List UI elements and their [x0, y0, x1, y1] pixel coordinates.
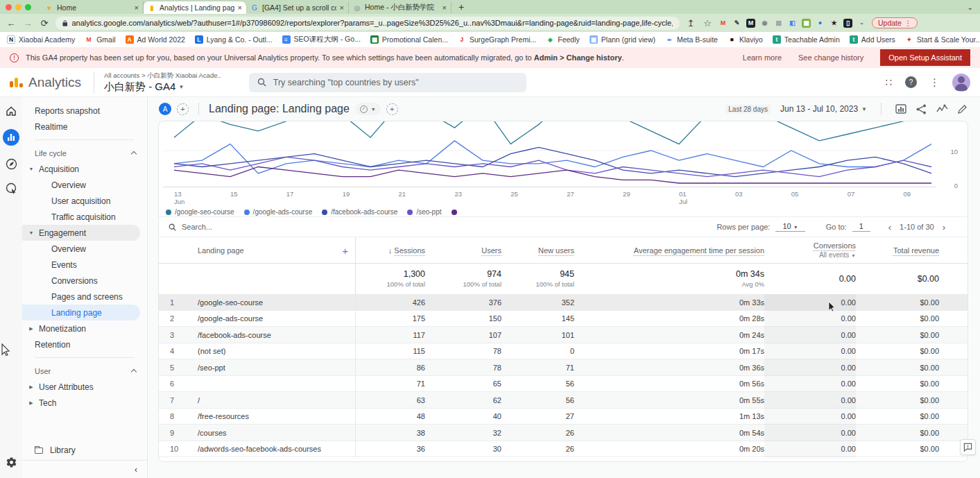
tab-close-icon[interactable]: ×: [442, 3, 447, 12]
go-to-input[interactable]: 1: [852, 222, 870, 232]
share-page-icon[interactable]: ↥: [685, 18, 696, 28]
conversions-event-select[interactable]: All events ▼: [819, 251, 856, 259]
address-bar[interactable]: analytics.google.com/analytics/web/?auth…: [55, 17, 680, 30]
new-tab-button[interactable]: +: [458, 1, 464, 12]
extension-icon[interactable]: ✎: [732, 19, 741, 28]
extension-icon[interactable]: ★: [829, 19, 839, 28]
column-header-new-users[interactable]: New users: [501, 246, 574, 255]
maximize-window-icon[interactable]: [25, 4, 31, 10]
chevron-up-icon[interactable]: [131, 151, 137, 157]
sidebar-item-monetization[interactable]: ▶Monetization: [22, 321, 147, 336]
bookmark-item[interactable]: ▦Promotional Calen...: [370, 35, 448, 44]
sidebar-item-tech[interactable]: ▶Tech: [22, 395, 147, 411]
extension-icon[interactable]: ▯: [843, 19, 852, 28]
table-row[interactable]: 8/free-resources4840271m 13s0.00$0.00: [159, 409, 968, 425]
add-comparison-button[interactable]: +: [177, 103, 189, 115]
chevron-right-icon[interactable]: ›: [940, 222, 948, 232]
variant-chip[interactable]: A: [159, 103, 171, 115]
sidebar-item-library[interactable]: Library: [22, 441, 147, 460]
extension-icon[interactable]: M: [746, 19, 755, 28]
legend-item[interactable]: /facebook-ads-course: [322, 208, 397, 216]
add-filter-button[interactable]: +: [386, 103, 398, 115]
analytics-logo-icon[interactable]: [10, 78, 23, 87]
extension-icon[interactable]: ▤: [774, 19, 783, 28]
sidebar-item-user-acquisition[interactable]: User acquisition: [22, 193, 147, 209]
breadcrumb[interactable]: All accounts > 小白新势 Xiaobai Acade..: [104, 71, 221, 80]
compare-report-icon[interactable]: [895, 103, 906, 114]
table-row[interactable]: 4(not set)1157800m 17s0.00$0.00: [159, 343, 968, 360]
help-icon[interactable]: ?: [905, 76, 917, 88]
extension-icon[interactable]: ◉: [760, 19, 769, 28]
bookmark-item[interactable]: LLyang & Co. - Outl...: [195, 35, 273, 44]
bookmark-item[interactable]: ✦Start & Scale Your...: [905, 35, 980, 44]
table-row[interactable]: 9/courses3832260m 54s0.00$0.00: [159, 425, 968, 441]
explore-icon[interactable]: [6, 158, 17, 170]
bookmark-item[interactable]: MGmail: [85, 35, 115, 44]
table-search-input[interactable]: Search...: [182, 223, 212, 231]
table-row[interactable]: 7/6362560m 55s0.00$0.00: [159, 392, 968, 409]
collapse-sidebar-button[interactable]: ‹: [22, 460, 147, 478]
apps-grid-icon[interactable]: ∷: [885, 76, 893, 89]
back-icon[interactable]: ←: [6, 18, 17, 28]
extension-icon[interactable]: ▦: [802, 19, 811, 28]
forward-icon[interactable]: →: [22, 18, 33, 28]
sidebar-item-landing-page[interactable]: Landing page: [22, 305, 140, 321]
sidebar-item-user[interactable]: User: [22, 363, 147, 379]
column-header-users[interactable]: Users: [425, 246, 501, 255]
table-row[interactable]: 10/adwords-seo-facebook-ads-courses36302…: [159, 441, 968, 458]
browser-tab[interactable]: ♥Home×: [41, 1, 144, 14]
bookmark-item[interactable]: ≡SEO课程大纲 - Go...: [282, 35, 361, 44]
bookmark-item[interactable]: tTeachable Admin: [773, 35, 840, 44]
tab-close-icon[interactable]: ×: [238, 3, 242, 12]
home-icon[interactable]: [6, 105, 17, 117]
chevron-left-icon[interactable]: ‹: [886, 222, 894, 232]
column-header-landing-page[interactable]: Landing page +: [187, 237, 356, 264]
sidebar-item-pages-and-screens[interactable]: Pages and screens: [22, 289, 147, 305]
table-row[interactable]: 3/facebook-ads-course1171071010m 24s0.00…: [159, 327, 968, 343]
legend-item[interactable]: /google-ads-course: [244, 208, 313, 216]
column-header-avg-engagement[interactable]: Average engagement time per session: [574, 246, 764, 255]
bookmark-item[interactable]: JSurgeGraph Premi...: [458, 35, 536, 44]
chrome-update-button[interactable]: Update⋮: [872, 17, 918, 28]
insights-icon[interactable]: [936, 104, 948, 114]
share-icon[interactable]: [916, 104, 927, 114]
feedback-button[interactable]: [960, 439, 976, 455]
column-header-conversions[interactable]: ConversionsAll events ▼: [764, 241, 856, 260]
more-vert-icon[interactable]: ⋮: [904, 19, 912, 27]
report-status-pill[interactable]: ✓▼: [355, 103, 381, 115]
legend-item[interactable]: /google-seo-course: [166, 208, 234, 216]
table-row[interactable]: 5/seo-ppt8678710m 36s0.00$0.00: [159, 359, 968, 376]
browser-tab[interactable]: ◎Home - 小白新势学院×: [349, 1, 452, 14]
window-controls[interactable]: [6, 4, 31, 10]
close-window-icon[interactable]: [6, 4, 12, 10]
table-row[interactable]: 1/google-seo-course4263763520m 33s0.00$0…: [159, 294, 968, 311]
browser-tab[interactable]: ▮Analytics | Landing page: Land×: [144, 1, 246, 14]
bookmark-item[interactable]: ∞Meta B-suite: [665, 35, 718, 44]
user-avatar[interactable]: [952, 74, 970, 92]
column-header-sessions[interactable]: ↓ Sessions: [356, 246, 425, 255]
search-input[interactable]: Try searching "top countries by users": [249, 73, 526, 92]
minimize-window-icon[interactable]: [15, 4, 22, 10]
advertising-icon[interactable]: [6, 182, 17, 194]
extension-icon[interactable]: M: [719, 19, 728, 28]
refresh-icon[interactable]: ⟳: [39, 18, 50, 28]
extension-icon[interactable]: ◒: [857, 19, 866, 28]
sidebar-item-overview[interactable]: Overview: [22, 177, 147, 193]
sidebar-item-events[interactable]: Events: [22, 257, 147, 273]
rows-per-page-select[interactable]: 10 ▼: [775, 222, 805, 232]
column-header-total-revenue[interactable]: Total revenue: [856, 246, 939, 255]
tab-close-icon[interactable]: ×: [340, 3, 344, 12]
tab-close-icon[interactable]: ×: [135, 3, 139, 12]
sidebar-item-conversions[interactable]: Conversions: [22, 273, 147, 289]
edit-pencil-icon[interactable]: [958, 104, 968, 114]
extension-icon[interactable]: ●: [816, 19, 825, 28]
sidebar-item-life-cycle[interactable]: Life cycle: [22, 145, 147, 161]
browser-tab[interactable]: G[GA4] Set up a scroll conversi×: [246, 1, 349, 14]
bookmark-item[interactable]: tAdd Users: [850, 35, 895, 44]
table-row[interactable]: 67165560m 56s0.00$0.00: [159, 376, 968, 393]
chevron-down-icon[interactable]: ⌄: [968, 3, 973, 11]
bookmark-item[interactable]: ▣Plann (grid view): [590, 35, 655, 44]
extension-icon[interactable]: ◧: [788, 19, 797, 28]
more-vert-icon[interactable]: ⋮: [929, 76, 940, 89]
add-dimension-icon[interactable]: +: [342, 245, 348, 257]
